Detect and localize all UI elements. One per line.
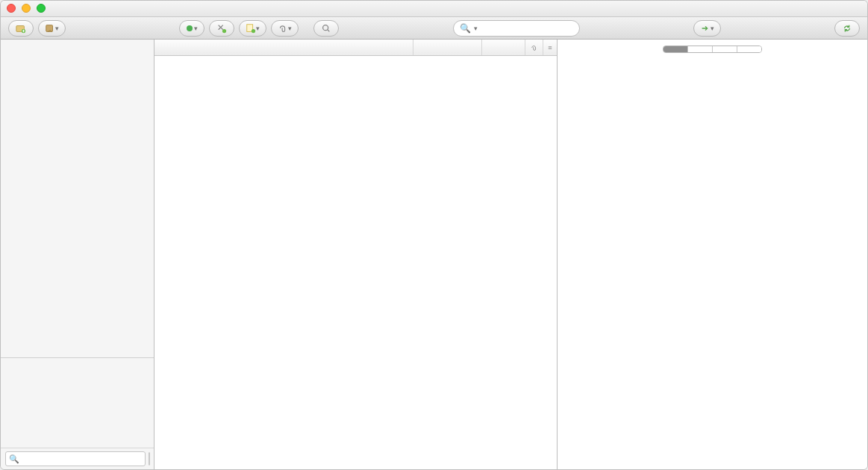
svg-rect-7 [549,46,552,47]
main-toolbar: ▾ ▾ ▾ ▾ 🔍 ▾ ▾ [1,17,867,40]
column-creator[interactable] [413,40,482,55]
titlebar [1,1,867,17]
new-note-button[interactable]: ▾ [239,20,266,37]
new-library-button[interactable]: ▾ [38,20,66,37]
collections-tree[interactable] [1,40,154,357]
items-header[interactable] [154,40,557,56]
minimize-window-button[interactable] [22,4,31,13]
search-icon: 🔍 [460,23,471,34]
svg-rect-9 [549,48,552,49]
column-attachments[interactable] [525,40,543,55]
window-controls [7,4,46,13]
tab-info[interactable] [664,46,688,52]
tab-notes[interactable] [688,46,713,52]
tag-filter-bar: 🔍 [1,448,154,469]
svg-point-3 [222,28,226,32]
search-scope-chevron[interactable]: ▾ [474,25,478,32]
add-attachment-button[interactable]: ▾ [271,20,299,37]
detail-tabs [558,40,867,59]
tags-list[interactable] [1,358,154,448]
advanced-search-button[interactable] [313,20,339,37]
tag-color-menu-button[interactable] [149,452,150,466]
locate-button[interactable]: ▾ [693,20,721,37]
tag-filter-input[interactable] [5,451,146,466]
svg-rect-8 [549,47,552,48]
zoom-window-button[interactable] [37,4,46,13]
tab-related[interactable] [737,46,761,52]
tab-tags[interactable] [713,46,737,52]
new-collection-button[interactable] [8,20,34,37]
item-metadata [558,59,867,469]
new-item-button[interactable]: ▾ [179,20,204,37]
search-input[interactable] [481,23,593,34]
collections-pane: 🔍 [1,40,154,469]
search-field[interactable]: 🔍 ▾ [453,20,580,37]
close-window-button[interactable] [7,4,16,13]
svg-point-5 [252,28,255,32]
tags-pane: 🔍 [1,357,154,469]
svg-point-6 [323,25,328,30]
search-icon: 🔍 [9,454,19,464]
items-list[interactable] [154,56,557,469]
add-by-identifier-button[interactable] [209,20,234,37]
sync-button[interactable] [834,20,860,37]
item-detail-pane [558,40,867,469]
items-pane [154,40,558,469]
column-picker[interactable] [543,40,557,55]
column-title[interactable] [154,40,413,55]
column-year[interactable] [482,40,525,55]
